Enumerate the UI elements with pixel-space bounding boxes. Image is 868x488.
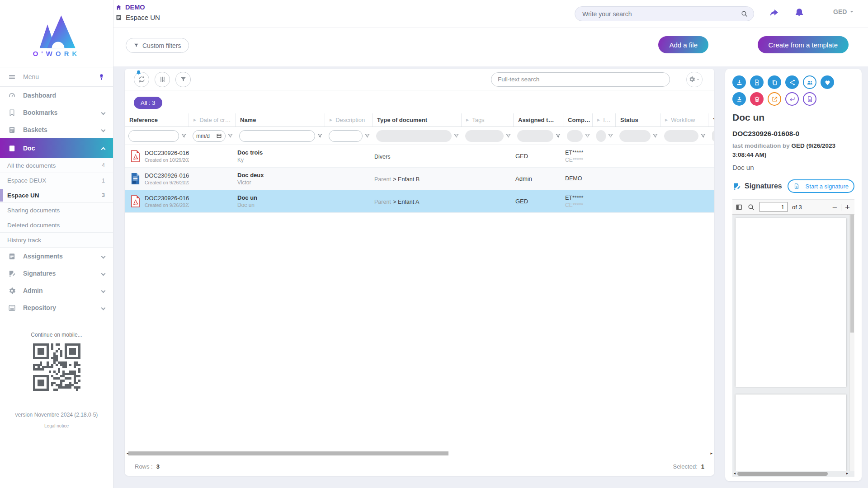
filter-funnel-icon[interactable] — [505, 133, 511, 139]
column-filter-input[interactable] — [668, 133, 695, 139]
column-expand-icon[interactable]: ▶ — [330, 118, 332, 122]
scroll-left-icon[interactable]: ◂ — [734, 471, 736, 475]
column-expand-icon[interactable]: ▶ — [665, 118, 668, 122]
column-header[interactable]: ▶ Description — [325, 113, 373, 127]
column-header[interactable]: ▶ I… — [593, 113, 616, 127]
pdf-page-1[interactable] — [736, 218, 846, 387]
column-filter-input[interactable] — [623, 133, 647, 139]
action-button[interactable] — [803, 92, 816, 106]
notifications-bell-icon[interactable] — [794, 7, 805, 18]
filter-funnel-icon[interactable] — [453, 133, 459, 139]
filter-funnel-icon[interactable] — [317, 133, 323, 139]
column-filter-input[interactable] — [571, 133, 579, 139]
all-filter-badge[interactable]: All : 3 — [134, 97, 162, 109]
column-header[interactable]: ▶ Tags — [462, 113, 514, 127]
filter-funnel-icon[interactable] — [555, 133, 561, 139]
action-button[interactable] — [785, 75, 799, 89]
scrollbar-thumb[interactable] — [737, 472, 828, 476]
pdf-search-icon[interactable] — [747, 203, 755, 211]
column-filter-input[interactable] — [600, 133, 602, 139]
sidebar-item-doc[interactable]: Doc — [0, 138, 113, 158]
pdf-sidebar-toggle-icon[interactable] — [735, 203, 743, 211]
action-button[interactable] — [821, 75, 834, 89]
table-horizontal-scrollbar[interactable]: ◂ ▸ — [125, 450, 714, 457]
column-filter-input[interactable] — [521, 133, 550, 139]
action-button[interactable] — [785, 92, 799, 106]
filter-button[interactable] — [175, 72, 191, 87]
doc-child-item[interactable]: Espace DEUX 1 — [0, 173, 113, 188]
doc-child-item[interactable]: Espace UN 3 — [0, 188, 113, 203]
column-filter-input[interactable] — [469, 133, 500, 139]
scroll-right-icon[interactable]: ▸ — [846, 471, 848, 475]
sidebar-item[interactable]: Assignments — [0, 248, 113, 265]
sidebar-item[interactable]: Baskets — [0, 121, 113, 138]
scrollbar-thumb[interactable] — [850, 215, 854, 333]
fulltext-search-input[interactable] — [498, 76, 663, 83]
doc-child-item[interactable]: Deleted documents — [0, 218, 113, 233]
columns-button[interactable] — [155, 72, 170, 87]
column-expand-icon[interactable]: ▶ — [597, 118, 600, 122]
share-icon[interactable] — [769, 7, 779, 18]
column-header[interactable]: ▶ Assigned t… — [514, 113, 563, 127]
zoom-in-button[interactable]: + — [845, 203, 850, 211]
doc-child-item[interactable]: Sharing documents — [0, 203, 113, 218]
column-expand-icon[interactable]: ▶ — [193, 118, 196, 122]
legal-notice-link[interactable]: Legal notice — [0, 423, 113, 428]
start-signature-button[interactable]: Start a signature — [788, 179, 854, 193]
pdf-page-input[interactable] — [760, 202, 788, 212]
filter-funnel-icon[interactable] — [181, 133, 187, 139]
add-file-button[interactable]: Add a file — [658, 36, 708, 53]
scrollbar-thumb[interactable] — [128, 451, 448, 455]
table-row[interactable]: DOC230926-01609-0 Created on 9/26/2023 3… — [125, 168, 714, 190]
sidebar-item[interactable]: Signatures — [0, 265, 113, 282]
column-expand-icon[interactable]: ▶ — [466, 118, 469, 122]
action-button[interactable] — [750, 75, 764, 89]
action-button[interactable] — [803, 75, 816, 89]
column-filter-input[interactable] — [243, 133, 311, 139]
table-row[interactable]: DOC230926-01610-3 Created on 10/29/2024 … — [125, 145, 714, 168]
action-button[interactable] — [732, 75, 746, 89]
action-button[interactable] — [768, 92, 781, 106]
action-button[interactable] — [768, 75, 781, 89]
filter-funnel-icon[interactable] — [364, 133, 370, 139]
create-from-template-button[interactable]: Create from a template — [758, 36, 849, 53]
doc-child-item[interactable]: History track — [0, 233, 113, 248]
column-header[interactable]: ▶ Reference — [125, 113, 189, 127]
column-header[interactable]: ▶ Name — [236, 113, 325, 127]
sidebar-item[interactable]: Repository — [0, 299, 113, 316]
user-menu[interactable]: GED — [833, 8, 855, 15]
search-icon[interactable] — [741, 10, 748, 18]
column-header[interactable]: ▶ Comp… — [563, 113, 593, 127]
column-filter-input[interactable] — [132, 133, 175, 139]
table-row[interactable]: DOC230926-01608-0 Created on 9/26/2023 3… — [125, 190, 714, 213]
column-header[interactable]: ▶ Type of document — [373, 113, 462, 127]
zoom-out-button[interactable]: − — [832, 203, 837, 211]
pdf-page-2[interactable] — [736, 394, 846, 471]
column-header[interactable]: ▶ Y… — [708, 113, 714, 127]
column-header[interactable]: ▶ Date of cr… — [189, 113, 236, 127]
pdf-horizontal-scrollbar[interactable]: ◂ ▸ — [732, 471, 849, 477]
breadcrumb-space[interactable]: Espace UN — [115, 14, 160, 21]
filter-funnel-icon[interactable] — [608, 133, 613, 139]
column-filter-input[interactable] — [196, 133, 216, 139]
column-header[interactable]: ▶ Status — [616, 113, 660, 127]
action-button[interactable] — [732, 92, 746, 106]
column-filter-input[interactable] — [380, 133, 448, 139]
sidebar-item[interactable]: Admin — [0, 282, 113, 299]
menu-toggle[interactable]: Menu — [0, 67, 113, 87]
global-search-input[interactable] — [582, 10, 741, 18]
action-button[interactable] — [750, 92, 764, 106]
breadcrumb-app[interactable]: DEMO — [115, 4, 160, 11]
sidebar-item[interactable]: Dashboard — [0, 87, 113, 104]
filter-funnel-icon[interactable] — [700, 133, 706, 139]
custom-filters-button[interactable]: Custom filters — [126, 38, 189, 53]
filter-funnel-icon[interactable] — [652, 133, 658, 139]
sidebar-item[interactable]: Bookmarks — [0, 104, 113, 121]
filter-funnel-icon[interactable] — [585, 133, 590, 139]
table-settings-button[interactable] — [686, 72, 703, 87]
column-filter-input[interactable] — [332, 133, 359, 139]
pdf-vertical-scrollbar[interactable] — [849, 215, 854, 471]
calendar-icon[interactable] — [216, 133, 222, 139]
scroll-right-icon[interactable]: ▸ — [710, 451, 712, 455]
column-header[interactable]: ▶ Workflow — [660, 113, 708, 127]
